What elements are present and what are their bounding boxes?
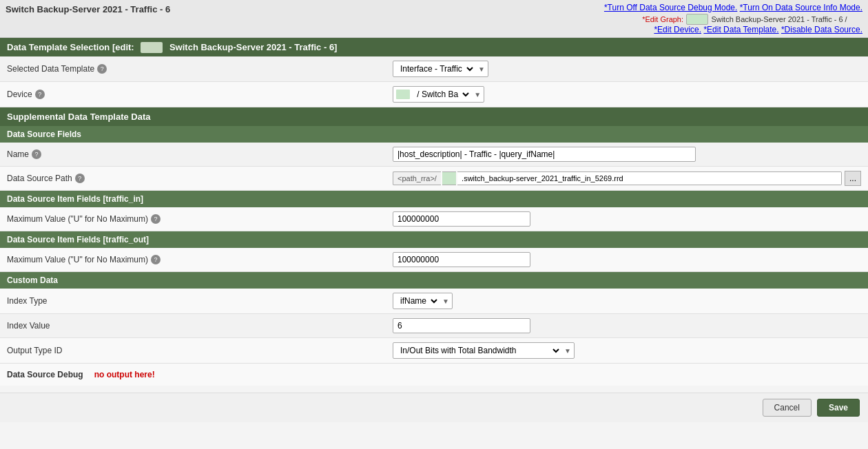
data-template-selection-header: Data Template Selection [edit: Switch Ba…	[0, 38, 868, 56]
edit-graph-row: *Edit Graph: Switch Backup-Server 2021 -…	[604, 14, 862, 25]
name-control	[393, 147, 861, 162]
edit-graph-badge	[686, 14, 708, 25]
output-type-label: Output Type ID	[7, 346, 393, 355]
page-container: Data Template Selection [edit: Switch Ba…	[0, 38, 868, 449]
index-value-row: Index Value	[0, 314, 868, 338]
device-chevron-icon: ▼	[474, 91, 481, 98]
path-input[interactable]	[457, 171, 842, 185]
edit-graph-slash	[850, 15, 862, 23]
traffic-in-max-label: Maximum Value ("U" for No Maximum) ?	[7, 214, 393, 224]
data-template-select[interactable]: Interface - Traffic ▼	[393, 61, 488, 77]
debug-on-link[interactable]: *Turn On Data Source Info Mode.	[740, 3, 862, 12]
data-source-fields-header: Data Source Fields	[0, 126, 868, 143]
edit-device-link[interactable]: *Edit Device.	[654, 25, 701, 34]
device-select-input[interactable]: / Switch Ba	[413, 88, 471, 101]
header-value: Switch Backup-Server 2021 - Traffic - 6]	[169, 42, 337, 52]
device-badge	[396, 90, 410, 99]
edit-data-template-link[interactable]: *Edit Data Template.	[703, 25, 778, 34]
traffic-out-max-input[interactable]	[393, 252, 530, 267]
output-type-select-wrapper[interactable]: In/Out Bits with Total Bandwidth In/Out …	[393, 342, 575, 359]
index-type-row: Index Type ifName ifIndex ifDescr ▼	[0, 289, 868, 314]
disable-data-source-link[interactable]: *Disable Data Source.	[781, 25, 862, 34]
index-value-input[interactable]	[393, 318, 530, 333]
traffic-in-max-control	[393, 211, 861, 227]
debug-value: no output here!	[94, 370, 155, 379]
supplemental-header: Supplemental Data Template Data	[0, 107, 868, 126]
debug-row: Data Source Debug no output here!	[0, 364, 868, 386]
debug-off-link[interactable]: *Turn Off Data Source Debug Mode.	[604, 3, 737, 12]
header-edit-text: Data Template Selection [edit:	[7, 42, 134, 52]
device-control: / Switch Ba ▼	[393, 86, 861, 103]
index-type-chevron-icon: ▼	[442, 297, 449, 305]
page-title: Switch Backup-Server 2021 - Traffic - 6	[6, 3, 170, 14]
path-input-container: <path_rra>/ ...	[393, 171, 861, 186]
traffic-out-max-control	[393, 252, 861, 267]
name-label: Name ?	[7, 149, 393, 159]
help-icon-template[interactable]: ?	[97, 64, 107, 74]
data-template-select-input[interactable]: Interface - Traffic	[396, 63, 475, 75]
selected-data-template-label: Selected Data Template ?	[7, 64, 393, 74]
index-value-label: Index Value	[7, 321, 393, 331]
index-type-select[interactable]: ifName ifIndex ifDescr	[396, 295, 440, 307]
help-icon-device[interactable]: ?	[35, 90, 45, 99]
device-select[interactable]: / Switch Ba ▼	[393, 86, 484, 103]
help-icon-traffic-in-max[interactable]: ?	[151, 214, 161, 224]
debug-label: Data Source Debug	[7, 370, 83, 379]
output-type-chevron-icon: ▼	[564, 347, 571, 355]
traffic-out-max-row: Maximum Value ("U" for No Maximum) ?	[0, 248, 868, 272]
path-row: Data Source Path ? <path_rra>/ ...	[0, 167, 868, 191]
chevron-down-icon: ▼	[478, 65, 485, 73]
path-browse-button[interactable]: ...	[845, 171, 861, 186]
index-type-control: ifName ifIndex ifDescr ▼	[393, 293, 861, 309]
custom-data-header: Custom Data	[0, 272, 868, 289]
traffic-in-max-row: Maximum Value ("U" for No Maximum) ?	[0, 207, 868, 231]
edit-graph-text: Switch Backup-Server 2021 - Traffic - 6 …	[711, 15, 847, 23]
index-type-label: Index Type	[7, 296, 393, 306]
selected-data-template-control: Interface - Traffic ▼	[393, 61, 861, 77]
traffic-out-max-label: Maximum Value ("U" for No Maximum) ?	[7, 255, 393, 264]
path-label: Data Source Path ?	[7, 174, 393, 183]
path-prefix: <path_rra>/	[393, 171, 441, 185]
device-label: Device ?	[7, 90, 393, 99]
edit-graph-label: *Edit Graph:	[642, 15, 683, 23]
help-icon-traffic-out-max[interactable]: ?	[151, 255, 161, 264]
output-type-row: Output Type ID In/Out Bits with Total Ba…	[0, 338, 868, 364]
name-input[interactable]	[393, 147, 696, 162]
path-control: <path_rra>/ ...	[393, 171, 861, 186]
name-row: Name ?	[0, 143, 868, 167]
help-icon-path[interactable]: ?	[75, 174, 85, 183]
header-badge	[141, 42, 163, 53]
output-type-select[interactable]: In/Out Bits with Total Bandwidth In/Out …	[396, 344, 561, 357]
output-type-control: In/Out Bits with Total Bandwidth In/Out …	[393, 342, 861, 359]
traffic-in-max-input[interactable]	[393, 211, 530, 227]
traffic-in-header: Data Source Item Fields [traffic_in]	[0, 191, 868, 207]
footer-bar: Cancel Save	[0, 393, 868, 422]
selected-data-template-row: Selected Data Template ? Interface - Tra…	[0, 56, 868, 82]
index-value-control	[393, 318, 861, 333]
cancel-button[interactable]: Cancel	[763, 399, 812, 417]
device-row: Device ? / Switch Ba ▼	[0, 82, 868, 107]
path-badge	[442, 171, 456, 185]
top-bar: Switch Backup-Server 2021 - Traffic - 6 …	[0, 0, 868, 38]
help-icon-name[interactable]: ?	[32, 149, 41, 159]
traffic-out-header: Data Source Item Fields [traffic_out]	[0, 231, 868, 248]
index-type-select-wrapper[interactable]: ifName ifIndex ifDescr ▼	[393, 293, 453, 309]
save-button[interactable]: Save	[817, 399, 860, 417]
